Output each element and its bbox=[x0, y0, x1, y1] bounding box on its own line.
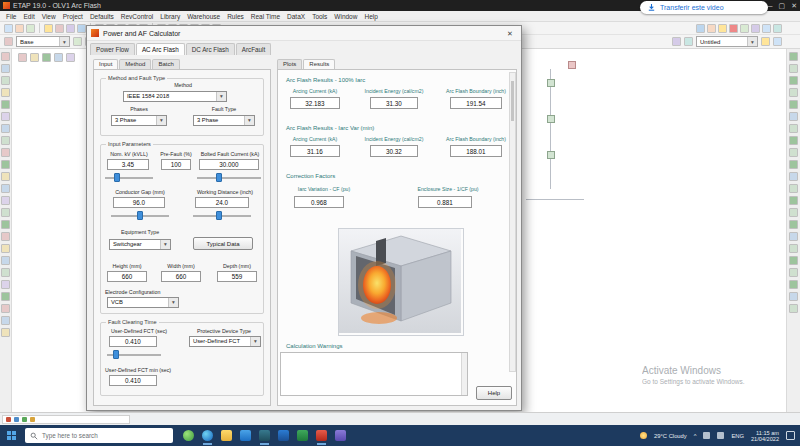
leaf-app-icon[interactable] bbox=[183, 430, 194, 441]
protective-device-select[interactable]: User-Defined FCT bbox=[189, 336, 261, 347]
tool-icon[interactable] bbox=[1, 76, 10, 85]
toolbar-icon[interactable] bbox=[761, 37, 770, 46]
tool-icon[interactable] bbox=[1, 268, 10, 277]
tab-method[interactable]: Method bbox=[119, 59, 151, 69]
dialog-close-icon[interactable]: ✕ bbox=[503, 28, 517, 39]
toolbar-icon[interactable] bbox=[15, 24, 24, 33]
menu-edit[interactable]: Edit bbox=[23, 13, 34, 20]
maximize-icon[interactable]: ▢ bbox=[779, 0, 786, 11]
tool-icon[interactable] bbox=[789, 64, 798, 73]
tab-input[interactable]: Input bbox=[93, 59, 118, 69]
menu-tools[interactable]: Tools bbox=[312, 13, 327, 20]
menu-file[interactable]: File bbox=[6, 13, 16, 20]
toolbar-icon[interactable] bbox=[684, 37, 693, 46]
typical-data-button[interactable]: Typical Data bbox=[193, 237, 253, 250]
tool-icon[interactable] bbox=[789, 124, 798, 133]
file-explorer-icon[interactable] bbox=[221, 430, 232, 441]
menu-rules[interactable]: Rules bbox=[227, 13, 244, 20]
tool-icon[interactable] bbox=[1, 244, 10, 253]
tool-icon[interactable] bbox=[789, 184, 798, 193]
tool-icon[interactable] bbox=[1, 112, 10, 121]
results-scrollbar[interactable] bbox=[509, 72, 516, 372]
weather-text[interactable]: 29°C Cloudy bbox=[654, 433, 687, 439]
edge-icon[interactable] bbox=[202, 430, 213, 441]
menu-revcontrol[interactable]: RevControl bbox=[121, 13, 154, 20]
toolbar-icon[interactable] bbox=[751, 24, 760, 33]
tool-icon[interactable] bbox=[30, 53, 39, 62]
volume-icon[interactable] bbox=[717, 432, 724, 439]
tool-icon[interactable] bbox=[789, 280, 798, 289]
tool-icon[interactable] bbox=[789, 244, 798, 253]
tool-icon[interactable] bbox=[1, 280, 10, 289]
teams-icon[interactable] bbox=[335, 430, 346, 441]
toolbar-icon[interactable] bbox=[77, 24, 86, 33]
toolbar-icon[interactable] bbox=[55, 24, 64, 33]
working-distance-input[interactable]: 24.0 bbox=[195, 197, 249, 208]
toolbar-icon[interactable] bbox=[773, 37, 782, 46]
taskbar-search-input[interactable]: Type here to search bbox=[25, 428, 173, 443]
menu-realtime[interactable]: Real Time bbox=[251, 13, 280, 20]
menu-warehouse[interactable]: Warehouse bbox=[187, 13, 220, 20]
toolbar-icon[interactable] bbox=[729, 24, 738, 33]
tool-icon[interactable] bbox=[789, 220, 798, 229]
bolted-current-slider[interactable] bbox=[197, 173, 261, 182]
user-fct-slider[interactable] bbox=[107, 350, 161, 359]
tool-icon[interactable] bbox=[18, 53, 27, 62]
tool-icon[interactable] bbox=[1, 316, 10, 325]
toolbar-icon[interactable] bbox=[4, 24, 13, 33]
tool-icon[interactable] bbox=[1, 208, 10, 217]
presentation-select[interactable]: Untitled bbox=[696, 36, 758, 47]
tab-ac-arc-flash[interactable]: AC Arc Flash bbox=[136, 43, 185, 55]
method-select[interactable]: IEEE 1584 2018 bbox=[123, 91, 227, 102]
toolbar-icon[interactable] bbox=[718, 24, 727, 33]
menu-datax[interactable]: DataX bbox=[287, 13, 305, 20]
tool-icon[interactable] bbox=[1, 292, 10, 301]
toolbar-icon[interactable] bbox=[73, 37, 82, 46]
tab-power-flow[interactable]: Power Flow bbox=[90, 43, 135, 55]
close-icon[interactable]: ✕ bbox=[791, 0, 797, 11]
tool-icon[interactable] bbox=[1, 196, 10, 205]
menu-library[interactable]: Library bbox=[160, 13, 180, 20]
tool-icon[interactable] bbox=[1, 232, 10, 241]
tab-batch[interactable]: Batch bbox=[152, 59, 179, 69]
tool-icon[interactable] bbox=[789, 136, 798, 145]
menu-help[interactable]: Help bbox=[364, 13, 377, 20]
tool-icon[interactable] bbox=[1, 220, 10, 229]
menu-defaults[interactable]: Defaults bbox=[90, 13, 114, 20]
tool-icon[interactable] bbox=[1, 256, 10, 265]
tool-icon[interactable] bbox=[789, 100, 798, 109]
depth-input[interactable]: 559 bbox=[217, 271, 257, 282]
menu-project[interactable]: Project bbox=[63, 13, 83, 20]
mail-icon[interactable] bbox=[259, 430, 270, 441]
tool-icon[interactable] bbox=[789, 196, 798, 205]
tab-arcfault[interactable]: ArcFault bbox=[236, 43, 271, 55]
revision-select[interactable]: Base bbox=[16, 36, 70, 47]
tool-icon[interactable] bbox=[1, 148, 10, 157]
tab-dc-arc-flash[interactable]: DC Arc Flash bbox=[186, 43, 235, 55]
tool-icon[interactable] bbox=[1, 88, 10, 97]
tab-plots[interactable]: Plots bbox=[277, 59, 302, 69]
fault-type-select[interactable]: 3 Phase bbox=[193, 115, 255, 126]
tool-icon[interactable] bbox=[1, 160, 10, 169]
download-video-overlay[interactable]: Transferir este video bbox=[640, 1, 768, 14]
tool-icon[interactable] bbox=[1, 124, 10, 133]
toolbar-icon[interactable] bbox=[707, 24, 716, 33]
tool-icon[interactable] bbox=[1, 172, 10, 181]
bolted-current-input[interactable]: 30.000 bbox=[199, 159, 259, 170]
warnings-scrollbar[interactable] bbox=[461, 353, 467, 395]
tool-icon[interactable] bbox=[789, 160, 798, 169]
calculation-warnings-area[interactable] bbox=[280, 352, 468, 396]
language-indicator[interactable]: ENG bbox=[731, 433, 744, 439]
tool-icon[interactable] bbox=[1, 100, 10, 109]
tool-icon[interactable] bbox=[789, 304, 798, 313]
tool-icon[interactable] bbox=[789, 88, 798, 97]
network-icon[interactable] bbox=[703, 432, 710, 439]
help-button[interactable]: Help bbox=[476, 386, 512, 400]
tool-icon[interactable] bbox=[54, 53, 63, 62]
tool-icon[interactable] bbox=[1, 136, 10, 145]
tool-icon[interactable] bbox=[789, 292, 798, 301]
electrode-config-select[interactable]: VCB bbox=[107, 297, 179, 308]
toolbar-icon[interactable] bbox=[773, 24, 782, 33]
tool-icon[interactable] bbox=[1, 184, 10, 193]
nom-kv-slider[interactable] bbox=[105, 173, 153, 182]
